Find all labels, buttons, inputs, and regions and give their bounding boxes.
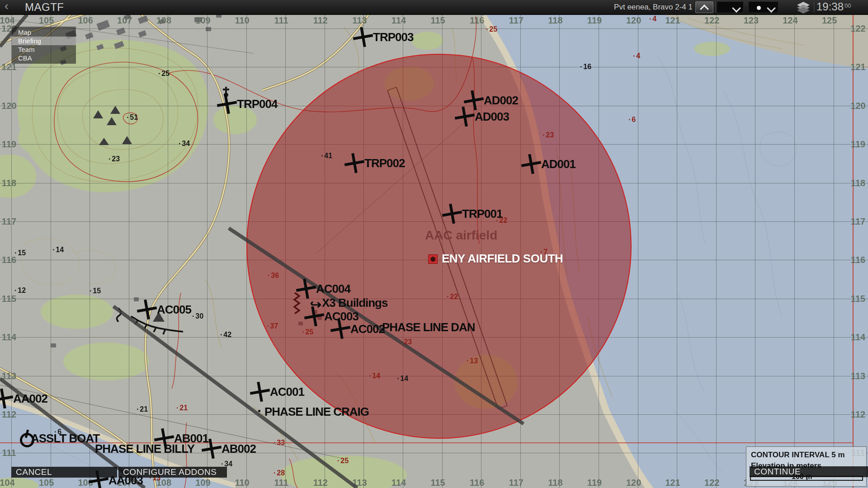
menu-item-cba[interactable]: CBA: [12, 54, 76, 62]
spot-elevation: 25: [302, 328, 313, 336]
spot-elevation: 33: [274, 439, 285, 447]
spot-elevation: 25: [158, 70, 170, 78]
chevron-up-icon: [700, 5, 709, 14]
collapse-chevron-button[interactable]: [695, 1, 713, 13]
spot-elevation: 22: [496, 216, 507, 225]
menu-item-briefing[interactable]: Briefing: [12, 37, 76, 45]
marker-color-dropdown[interactable]: [748, 1, 778, 13]
spot-elevations: 5125342341161514121530422163414254462322…: [0, 0, 868, 488]
back-icon[interactable]: ‹: [5, 0, 9, 13]
mission-clock: 19:3800: [816, 0, 851, 13]
spot-elevation: 22: [447, 293, 458, 301]
chevron-down-icon: [732, 4, 741, 13]
spot-elevation: 14: [52, 246, 64, 254]
spot-elevation: 16: [580, 63, 591, 71]
spot-elevation: 23: [401, 338, 412, 346]
contour-interval-label: CONTOUR INTERVAL 5 m: [751, 450, 845, 460]
spot-elevation: 14: [397, 375, 408, 383]
app-window: 1041041051051061061071071081081091091101…: [0, 0, 868, 488]
spot-elevation: 37: [267, 322, 278, 330]
spot-elevation: 15: [90, 287, 101, 295]
configure-addons-button[interactable]: CONFIGURE ADDONS: [118, 467, 227, 478]
cancel-button[interactable]: CANCEL: [11, 467, 117, 478]
spot-elevation: 14: [369, 372, 380, 380]
spot-elevation: 28: [274, 469, 285, 477]
chevron-down-icon: [767, 4, 776, 13]
spot-elevation: 34: [179, 140, 190, 148]
layers-icon[interactable]: [795, 2, 812, 14]
spot-elevation: 25: [486, 25, 497, 33]
top-bar: ‹ MAGTF Pvt eenea, Bravo 2-4 1 19:3800: [0, 0, 868, 15]
spot-elevation: 21: [176, 404, 188, 412]
spot-elevation: 51: [127, 113, 138, 122]
menu-item-team[interactable]: Team: [12, 45, 76, 54]
map-context-menu: MapBriefingTeamCBA: [12, 27, 76, 64]
spot-elevation: 4: [649, 15, 656, 23]
spot-elevation: 41: [321, 152, 332, 160]
continue-button[interactable]: CONTINUE: [750, 466, 868, 477]
channel-dropdown[interactable]: [717, 1, 744, 13]
spot-elevation: 6: [628, 116, 636, 124]
spot-elevation: 23: [542, 131, 554, 139]
menu-item-map[interactable]: Map: [12, 28, 76, 37]
spot-elevation: 23: [108, 155, 120, 163]
spot-elevation: 42: [220, 331, 231, 339]
dot-icon: [757, 6, 761, 10]
clock-seconds: 00: [844, 2, 851, 9]
spot-elevation: 36: [268, 272, 279, 280]
spot-elevation: 4: [633, 52, 640, 60]
spot-elevation: 21: [137, 405, 148, 413]
spot-elevation: 30: [192, 312, 203, 320]
spot-elevation: 6: [54, 428, 61, 436]
spot-elevation: 7: [540, 248, 547, 256]
spot-elevation: 13: [467, 357, 478, 365]
page-title: MAGTF: [25, 1, 64, 14]
player-role-label: Pvt eenea, Bravo 2-4 1: [614, 3, 693, 12]
spot-elevation: 15: [14, 249, 26, 257]
spot-elevation: 12: [14, 286, 26, 295]
map-canvas[interactable]: 1041041051051061061071071081081091091101…: [0, 0, 868, 488]
spot-elevation: 25: [337, 457, 349, 465]
